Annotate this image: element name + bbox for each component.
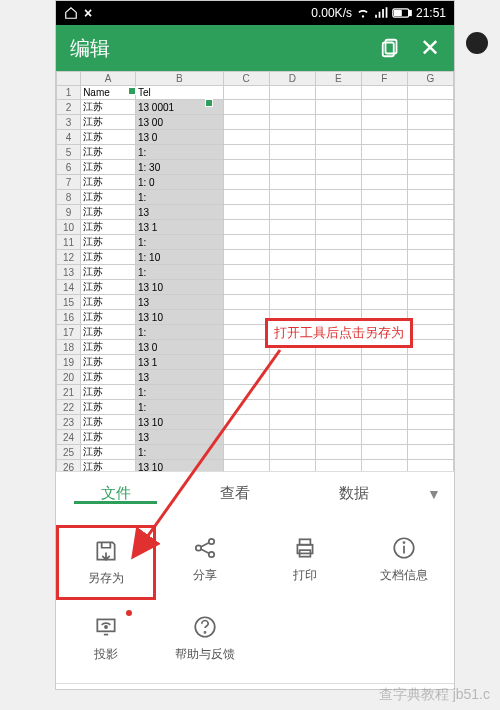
cell[interactable] bbox=[361, 370, 407, 385]
cell[interactable] bbox=[269, 250, 315, 265]
cell[interactable] bbox=[223, 280, 269, 295]
cell[interactable] bbox=[407, 265, 453, 280]
cell[interactable] bbox=[223, 160, 269, 175]
cell[interactable]: 1: bbox=[135, 325, 223, 340]
cell[interactable] bbox=[361, 355, 407, 370]
row-header[interactable]: 8 bbox=[57, 190, 81, 205]
col-header[interactable]: A bbox=[81, 72, 136, 86]
row-header[interactable]: 14 bbox=[57, 280, 81, 295]
cell[interactable] bbox=[223, 310, 269, 325]
cell[interactable] bbox=[361, 385, 407, 400]
cell[interactable] bbox=[315, 460, 361, 472]
cell[interactable] bbox=[269, 86, 315, 100]
col-header[interactable]: F bbox=[361, 72, 407, 86]
share-button[interactable]: 分享 bbox=[156, 525, 256, 600]
cell[interactable] bbox=[315, 190, 361, 205]
cell[interactable] bbox=[315, 205, 361, 220]
cell[interactable] bbox=[407, 325, 453, 340]
row-header[interactable]: 18 bbox=[57, 340, 81, 355]
cell[interactable]: 13 bbox=[135, 430, 223, 445]
cell[interactable] bbox=[315, 355, 361, 370]
row-header[interactable]: 13 bbox=[57, 265, 81, 280]
cell[interactable] bbox=[407, 355, 453, 370]
cell[interactable] bbox=[361, 175, 407, 190]
cell[interactable]: 江苏 bbox=[81, 100, 136, 115]
cell[interactable]: 江苏 bbox=[81, 355, 136, 370]
cell[interactable] bbox=[407, 160, 453, 175]
cell[interactable]: 江苏 bbox=[81, 265, 136, 280]
cell[interactable] bbox=[407, 235, 453, 250]
cell[interactable]: 江苏 bbox=[81, 220, 136, 235]
cell[interactable] bbox=[407, 115, 453, 130]
cell[interactable] bbox=[407, 145, 453, 160]
cell[interactable] bbox=[407, 385, 453, 400]
row-header[interactable]: 26 bbox=[57, 460, 81, 472]
cell[interactable] bbox=[361, 295, 407, 310]
cell[interactable] bbox=[407, 400, 453, 415]
selection-handle[interactable] bbox=[205, 99, 213, 107]
cell[interactable] bbox=[315, 415, 361, 430]
row-header[interactable]: 22 bbox=[57, 400, 81, 415]
cell[interactable]: 江苏 bbox=[81, 175, 136, 190]
cell[interactable] bbox=[361, 160, 407, 175]
cell[interactable]: 13 0 bbox=[135, 340, 223, 355]
row-header[interactable]: 5 bbox=[57, 145, 81, 160]
row-header[interactable]: 9 bbox=[57, 205, 81, 220]
cell[interactable] bbox=[269, 355, 315, 370]
cell[interactable] bbox=[315, 175, 361, 190]
cell[interactable]: 江苏 bbox=[81, 190, 136, 205]
cell[interactable] bbox=[315, 400, 361, 415]
cell[interactable] bbox=[223, 400, 269, 415]
cell[interactable] bbox=[223, 355, 269, 370]
cell[interactable] bbox=[407, 415, 453, 430]
save-as-button[interactable]: 另存为 bbox=[56, 525, 156, 600]
cell[interactable] bbox=[223, 205, 269, 220]
col-header[interactable]: D bbox=[269, 72, 315, 86]
cell[interactable] bbox=[269, 295, 315, 310]
row-header[interactable]: 19 bbox=[57, 355, 81, 370]
cell[interactable] bbox=[315, 250, 361, 265]
cell[interactable]: 江苏 bbox=[81, 460, 136, 472]
cell[interactable]: 13 bbox=[135, 370, 223, 385]
cell[interactable] bbox=[361, 460, 407, 472]
cell[interactable] bbox=[361, 205, 407, 220]
cell[interactable] bbox=[269, 115, 315, 130]
cell[interactable] bbox=[315, 160, 361, 175]
cell[interactable] bbox=[361, 235, 407, 250]
row-header[interactable]: 15 bbox=[57, 295, 81, 310]
cell[interactable] bbox=[315, 370, 361, 385]
help-button[interactable]: 帮助与反馈 bbox=[156, 604, 256, 673]
cell[interactable]: Tel bbox=[135, 86, 223, 100]
cell[interactable] bbox=[269, 100, 315, 115]
cell[interactable] bbox=[407, 340, 453, 355]
cell[interactable]: 江苏 bbox=[81, 430, 136, 445]
cell[interactable] bbox=[407, 175, 453, 190]
cell[interactable] bbox=[361, 280, 407, 295]
cell[interactable] bbox=[361, 190, 407, 205]
cell[interactable]: 13 10 bbox=[135, 460, 223, 472]
cell[interactable] bbox=[223, 445, 269, 460]
cell[interactable] bbox=[223, 265, 269, 280]
cell[interactable]: 13 bbox=[135, 295, 223, 310]
cell[interactable] bbox=[269, 400, 315, 415]
row-header[interactable]: 24 bbox=[57, 430, 81, 445]
cell[interactable] bbox=[223, 220, 269, 235]
cell[interactable] bbox=[315, 145, 361, 160]
col-header[interactable]: C bbox=[223, 72, 269, 86]
cell[interactable]: 江苏 bbox=[81, 280, 136, 295]
cell[interactable] bbox=[223, 385, 269, 400]
cell[interactable] bbox=[269, 370, 315, 385]
cell[interactable] bbox=[315, 295, 361, 310]
row-header[interactable]: 3 bbox=[57, 115, 81, 130]
doc-info-button[interactable]: 文档信息 bbox=[355, 525, 455, 600]
cell[interactable] bbox=[407, 86, 453, 100]
cell[interactable]: 江苏 bbox=[81, 115, 136, 130]
cell[interactable] bbox=[315, 115, 361, 130]
row-header[interactable]: 4 bbox=[57, 130, 81, 145]
cell[interactable] bbox=[361, 130, 407, 145]
cell[interactable] bbox=[407, 220, 453, 235]
cell[interactable]: 1: bbox=[135, 265, 223, 280]
row-header[interactable]: 25 bbox=[57, 445, 81, 460]
cell[interactable]: 1: bbox=[135, 145, 223, 160]
cell[interactable] bbox=[315, 220, 361, 235]
